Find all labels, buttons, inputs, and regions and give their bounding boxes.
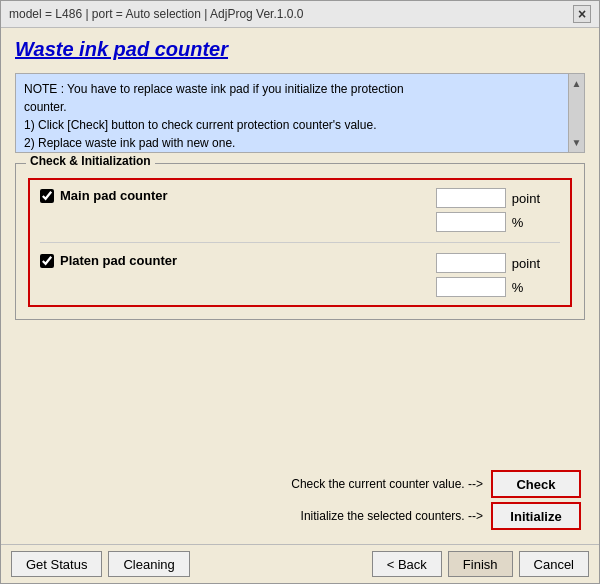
- main-window: model = L486 | port = Auto selection | A…: [0, 0, 600, 584]
- platen-pad-label: Platen pad counter: [40, 253, 220, 268]
- finish-button[interactable]: Finish: [448, 551, 513, 577]
- get-status-button[interactable]: Get Status: [11, 551, 102, 577]
- action-area: Check the current counter value. --> Che…: [15, 470, 585, 534]
- check-action-label: Check the current counter value. -->: [291, 477, 483, 491]
- note-line1: NOTE : You have to replace waste ink pad…: [24, 80, 558, 98]
- main-pad-unit1: point: [512, 191, 540, 206]
- scroll-down-arrow[interactable]: ▼: [572, 135, 582, 150]
- group-title: Check & Initialization: [26, 154, 155, 168]
- main-content: Waste ink pad counter NOTE : You have to…: [1, 28, 599, 544]
- note-scrollbar[interactable]: ▲ ▼: [568, 74, 584, 152]
- counter-section: Main pad counter point %: [28, 178, 572, 307]
- platen-pad-percent-input[interactable]: [436, 277, 506, 297]
- platen-pad-checkbox[interactable]: [40, 254, 54, 268]
- title-bar-text: model = L486 | port = Auto selection | A…: [9, 7, 303, 21]
- back-button[interactable]: < Back: [372, 551, 442, 577]
- check-initialization-group: Check & Initialization Main pad counter …: [15, 163, 585, 320]
- cancel-button[interactable]: Cancel: [519, 551, 589, 577]
- check-button[interactable]: Check: [491, 470, 581, 498]
- note-line3: 1) Click [Check] button to check current…: [24, 116, 558, 134]
- page-title: Waste ink pad counter: [15, 38, 585, 61]
- bottom-bar: Get Status Cleaning < Back Finish Cancel: [1, 544, 599, 583]
- platen-pad-unit1: point: [512, 256, 540, 271]
- scroll-up-arrow[interactable]: ▲: [572, 76, 582, 91]
- note-box: NOTE : You have to replace waste ink pad…: [15, 73, 585, 153]
- main-pad-label: Main pad counter: [40, 188, 220, 203]
- title-bar: model = L486 | port = Auto selection | A…: [1, 1, 599, 28]
- note-line4: 2) Replace waste ink pad with new one.: [24, 134, 558, 152]
- initialize-button[interactable]: Initialize: [491, 502, 581, 530]
- initialize-action-label: Initialize the selected counters. -->: [301, 509, 483, 523]
- main-pad-percent-input[interactable]: [436, 212, 506, 232]
- platen-pad-text: Platen pad counter: [60, 253, 177, 268]
- main-pad-unit2: %: [512, 215, 524, 230]
- main-pad-checkbox[interactable]: [40, 189, 54, 203]
- main-pad-point-input[interactable]: [436, 188, 506, 208]
- note-text: NOTE : You have to replace waste ink pad…: [24, 80, 576, 152]
- initialize-action-row: Initialize the selected counters. --> In…: [19, 502, 581, 530]
- platen-pad-unit2: %: [512, 280, 524, 295]
- close-button[interactable]: ×: [573, 5, 591, 23]
- note-line2: counter.: [24, 98, 558, 116]
- check-action-row: Check the current counter value. --> Che…: [19, 470, 581, 498]
- cleaning-button[interactable]: Cleaning: [108, 551, 189, 577]
- platen-pad-point-input[interactable]: [436, 253, 506, 273]
- main-pad-text: Main pad counter: [60, 188, 168, 203]
